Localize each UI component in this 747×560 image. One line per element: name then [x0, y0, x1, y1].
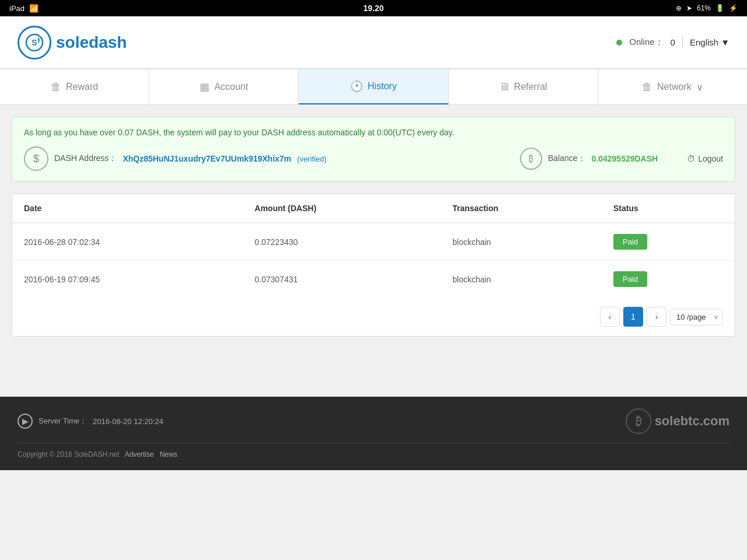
tab-network-label: Network — [657, 82, 692, 92]
per-page-select[interactable]: 10 /page 20 /page 50 /page — [670, 309, 723, 326]
battery-level: 61% — [697, 4, 711, 12]
ipad-label: iPad — [9, 4, 25, 13]
table-row: 2016-06-28 07:02:34 0.07223430 blockchai… — [12, 223, 735, 261]
dash-address-section: $ DASH Address： XhQz85HuNJ1uxudry7Ev7UUm… — [24, 146, 327, 171]
language-label: English — [690, 37, 718, 47]
footer-bottom: Copyright © 2016 SoleDASH.net Advertise … — [18, 443, 729, 459]
footer-top: ▶ Server Time： 2016-08-20 12:20:24 ₿ sol… — [18, 408, 729, 443]
server-time-value: 2016-08-20 12:20:24 — [93, 417, 163, 426]
btc-icon: ₿ — [520, 148, 542, 170]
wifi-icon: 📶 — [29, 4, 39, 13]
footer-brand-icon: ₿ — [626, 408, 651, 434]
table-row: 2016-06-19 07:09:45 0.07307431 blockchai… — [12, 261, 735, 298]
nav-tabs: 🗑 Reward ▦ Account 🕐 History 🖥 Referral … — [0, 69, 747, 105]
main-content: As long as you have over 0.07 DASH, the … — [0, 105, 747, 397]
per-page-wrapper: 10 /page 20 /page 50 /page — [670, 309, 723, 326]
table-header-row: Date Amount (DASH) Transaction Status — [12, 194, 735, 223]
tab-reward[interactable]: 🗑 Reward — [0, 69, 149, 104]
cell-amount-0: 0.07223430 — [243, 223, 441, 261]
cell-status-0: Paid — [602, 223, 735, 261]
status-bar-left: iPad 📶 — [9, 4, 39, 13]
account-icon: ▦ — [200, 80, 210, 93]
online-count: 0 — [671, 37, 675, 47]
account-info: $ DASH Address： XhQz85HuNJ1uxudry7Ev7UUm… — [24, 146, 723, 171]
logout-label: Logout — [698, 154, 723, 163]
header: S soledash Online： 0 English ▼ — [0, 16, 747, 69]
news-link[interactable]: News — [160, 450, 177, 459]
tab-referral[interactable]: 🖥 Referral — [449, 69, 598, 104]
col-transaction: Transaction — [441, 194, 602, 223]
server-time-label: Server Time： — [39, 416, 87, 426]
balance-label: Balance： — [548, 153, 586, 164]
language-selector[interactable]: English ▼ — [690, 37, 729, 47]
balance-section: ₿ Balance： 0.04295529DASH — [520, 148, 658, 170]
tab-history[interactable]: 🕐 History — [299, 69, 448, 104]
network-dropdown-icon: ∨ — [696, 82, 703, 93]
status-bar-right: ⊕ ➤ 61% 🔋 ⚡ — [676, 4, 738, 12]
history-table: Date Amount (DASH) Transaction Status 20… — [12, 194, 735, 298]
tab-account[interactable]: ▦ Account — [149, 69, 299, 104]
logo: S soledash — [18, 26, 127, 60]
tab-account-label: Account — [214, 82, 248, 92]
col-amount: Amount (DASH) — [243, 194, 441, 223]
advertise-link[interactable]: Advertise — [125, 450, 154, 459]
tab-network[interactable]: 🗑 Network ∨ — [598, 69, 747, 104]
footer-brand-name: solebtc.com — [655, 414, 729, 429]
info-banner: As long as you have over 0.07 DASH, the … — [12, 117, 735, 182]
tab-history-label: History — [368, 81, 397, 92]
info-banner-text: As long as you have over 0.07 DASH, the … — [24, 128, 723, 137]
divider — [682, 37, 683, 48]
status-bar-time: 19.20 — [363, 4, 383, 13]
cell-date-0: 2016-06-28 07:02:34 — [12, 223, 243, 261]
arrow-icon: ➤ — [686, 4, 692, 12]
cell-date-1: 2016-06-19 07:09:45 — [12, 261, 243, 298]
referral-icon: 🖥 — [499, 81, 509, 93]
cell-status-1: Paid — [602, 261, 735, 298]
svg-text:S: S — [32, 38, 37, 47]
paid-badge-1: Paid — [613, 271, 647, 287]
location-icon: ⊕ — [676, 4, 682, 12]
battery-icon: 🔋 — [715, 4, 724, 12]
verified-badge: (verified) — [297, 155, 327, 163]
logout-button[interactable]: ⏱ Logout — [687, 154, 723, 163]
copyright-text: Copyright © 2016 SoleDASH.net — [18, 450, 119, 459]
page-1-button[interactable]: 1 — [623, 307, 643, 327]
logo-text: soledash — [56, 33, 127, 52]
cell-transaction-1: blockchain — [441, 261, 602, 298]
history-table-container: Date Amount (DASH) Transaction Status 20… — [12, 194, 735, 337]
logout-clock-icon: ⏱ — [687, 154, 695, 163]
footer-brand: ₿ solebtc.com — [626, 408, 729, 434]
online-indicator — [616, 40, 622, 46]
col-date: Date — [12, 194, 243, 223]
server-time-icon: ▶ — [18, 414, 33, 429]
tab-referral-label: Referral — [514, 82, 547, 92]
next-page-button[interactable]: › — [647, 307, 666, 327]
cell-transaction-0: blockchain — [441, 223, 602, 261]
footer: ▶ Server Time： 2016-08-20 12:20:24 ₿ sol… — [0, 397, 747, 470]
address-value: XhQz85HuNJ1uxudry7Ev7UUmk919Xhix7m — [123, 154, 291, 163]
network-icon: 🗑 — [642, 81, 652, 93]
history-icon: 🕐 — [350, 80, 363, 93]
logo-icon: S — [18, 26, 51, 60]
server-time: ▶ Server Time： 2016-08-20 12:20:24 — [18, 414, 163, 429]
charging-icon: ⚡ — [729, 4, 738, 12]
tab-reward-label: Reward — [66, 82, 98, 92]
cell-amount-1: 0.07307431 — [243, 261, 441, 298]
dropdown-arrow-icon: ▼ — [721, 37, 729, 47]
header-right: Online： 0 English ▼ — [616, 37, 729, 48]
dash-icon: $ — [24, 146, 48, 171]
status-bar: iPad 📶 19.20 ⊕ ➤ 61% 🔋 ⚡ — [0, 0, 747, 16]
address-label: DASH Address： — [54, 153, 117, 164]
balance-value: 0.04295529DASH — [592, 154, 658, 163]
paid-badge-0: Paid — [613, 234, 647, 250]
prev-page-button[interactable]: ‹ — [600, 307, 620, 327]
col-status: Status — [602, 194, 735, 223]
pagination: ‹ 1 › 10 /page 20 /page 50 /page — [12, 298, 735, 336]
online-label: Online： — [629, 37, 663, 48]
reward-icon: 🗑 — [51, 81, 61, 93]
